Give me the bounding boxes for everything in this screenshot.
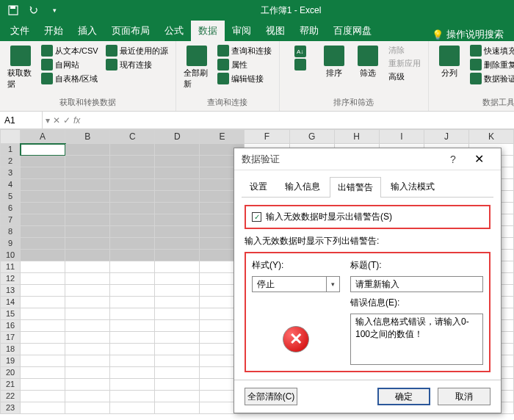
tab-baidu[interactable]: 百度网盘 [326, 21, 379, 41]
cell[interactable] [21, 367, 65, 379]
cell[interactable] [65, 285, 110, 297]
cell[interactable] [65, 156, 110, 167]
col-header[interactable]: E [200, 129, 245, 144]
cell[interactable] [65, 344, 110, 355]
cell[interactable] [155, 367, 200, 379]
dialog-titlebar[interactable]: 数据验证 ? ✕ [234, 148, 501, 170]
cell[interactable] [155, 203, 200, 214]
qat-dropdown-icon[interactable]: ▾ [46, 1, 63, 19]
cell[interactable] [155, 238, 200, 250]
chevron-down-icon[interactable]: ▾ [326, 277, 339, 292]
cell[interactable] [21, 273, 65, 285]
cell[interactable] [155, 402, 200, 414]
dlg-tab-error-alert[interactable]: 出错警告 [330, 177, 381, 198]
cell[interactable] [155, 297, 200, 308]
cell[interactable] [110, 320, 155, 332]
cell[interactable] [110, 344, 155, 355]
title-input[interactable] [350, 276, 483, 292]
cell[interactable] [21, 156, 65, 167]
tab-formulas[interactable]: 公式 [157, 21, 191, 41]
cell[interactable] [155, 344, 200, 355]
reapply-button[interactable]: 重新应用 [387, 57, 422, 70]
cell[interactable] [110, 179, 155, 191]
cell[interactable] [21, 144, 65, 156]
cell[interactable] [110, 203, 155, 214]
cell[interactable] [65, 379, 110, 391]
tab-review[interactable]: 审阅 [225, 21, 258, 41]
cell[interactable] [155, 250, 200, 261]
cell[interactable] [65, 167, 110, 179]
dlg-tab-ime[interactable]: 输入法模式 [383, 176, 443, 197]
cell[interactable] [65, 320, 110, 332]
cell[interactable] [65, 308, 110, 320]
tab-help[interactable]: 帮助 [292, 21, 326, 41]
cell[interactable] [65, 179, 110, 191]
cancel-button[interactable]: 取消 [438, 388, 491, 405]
cell[interactable] [110, 297, 155, 308]
cell[interactable] [155, 261, 200, 273]
flash-fill-button[interactable]: 快速填充 [468, 44, 514, 57]
get-data-button[interactable]: 获取数据 [6, 44, 35, 91]
cell[interactable] [21, 203, 65, 214]
undo-icon[interactable] [25, 1, 43, 19]
clear-all-button[interactable]: 全部清除(C) [245, 388, 297, 405]
col-header[interactable]: F [245, 129, 289, 144]
cell[interactable] [110, 273, 155, 285]
cell[interactable] [21, 320, 65, 332]
clear-filter-button[interactable]: 清除 [387, 44, 422, 57]
cell[interactable] [65, 367, 110, 379]
cell[interactable] [21, 238, 65, 250]
cell[interactable] [155, 308, 200, 320]
cell[interactable] [155, 379, 200, 391]
col-header[interactable]: C [110, 129, 155, 144]
row-header[interactable]: 19 [0, 355, 21, 367]
row-header[interactable]: 15 [0, 308, 21, 320]
dialog-help-button[interactable]: ? [442, 153, 464, 165]
cell[interactable] [21, 167, 65, 179]
cell[interactable] [21, 191, 65, 203]
col-header[interactable]: B [65, 129, 110, 144]
row-header[interactable]: 13 [0, 285, 21, 297]
cell[interactable] [21, 261, 65, 273]
cell[interactable] [21, 250, 65, 261]
cell[interactable] [155, 285, 200, 297]
row-header[interactable]: 14 [0, 297, 21, 308]
cell[interactable] [110, 308, 155, 320]
row-header[interactable]: 2 [0, 156, 21, 167]
cell[interactable] [21, 214, 65, 226]
dlg-tab-input-msg[interactable]: 输入信息 [277, 176, 328, 197]
edit-links-button[interactable]: 编辑链接 [216, 72, 273, 85]
cell[interactable] [65, 261, 110, 273]
row-header[interactable]: 18 [0, 344, 21, 355]
row-header[interactable]: 3 [0, 167, 21, 179]
sort-az-button[interactable]: A↓ [286, 44, 315, 72]
col-header[interactable]: G [290, 129, 335, 144]
cell[interactable] [65, 214, 110, 226]
cell[interactable] [21, 344, 65, 355]
cell[interactable] [155, 355, 200, 367]
select-all-corner[interactable] [0, 129, 21, 144]
cell[interactable] [65, 238, 110, 250]
tab-view[interactable]: 视图 [258, 21, 292, 41]
cell[interactable] [110, 156, 155, 167]
refresh-all-button[interactable]: 全部刷新 [182, 44, 211, 91]
cell[interactable] [110, 167, 155, 179]
row-header[interactable]: 5 [0, 191, 21, 203]
cell[interactable] [65, 203, 110, 214]
col-header[interactable]: A [21, 129, 65, 144]
cell[interactable] [110, 238, 155, 250]
name-box[interactable] [0, 112, 43, 128]
col-header[interactable]: K [469, 129, 514, 144]
filter-button[interactable]: 筛选 [353, 44, 383, 80]
row-header[interactable]: 7 [0, 214, 21, 226]
cell[interactable] [65, 273, 110, 285]
cell[interactable] [21, 391, 65, 402]
cell[interactable] [155, 191, 200, 203]
cell[interactable] [110, 332, 155, 344]
cell[interactable] [21, 332, 65, 344]
cell[interactable] [110, 214, 155, 226]
col-header[interactable]: I [380, 129, 424, 144]
from-web-button[interactable]: 自网站 [40, 58, 100, 71]
text-to-columns-button[interactable]: 分列 [435, 44, 464, 80]
cell[interactable] [65, 191, 110, 203]
